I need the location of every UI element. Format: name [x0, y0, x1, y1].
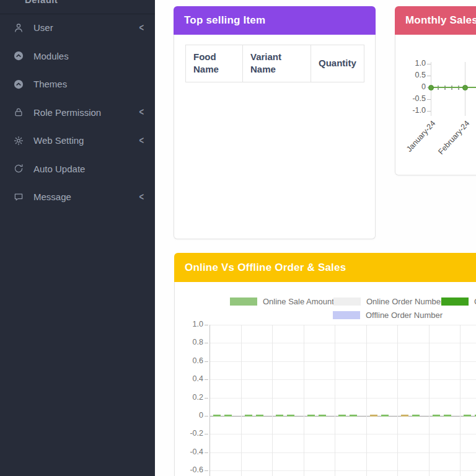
sidebar-item-label: Themes: [33, 79, 67, 89]
sidebar-item-role-permission[interactable]: Role Permission<: [0, 99, 155, 127]
y-axis-tick-label: 0.6: [175, 356, 203, 365]
horizontal-gridline: [209, 325, 476, 325]
horizontal-gridline: [209, 361, 476, 362]
sidebar: Default User<ModulesThemesRole Permissio…: [0, 0, 155, 476]
vertical-gridline: [397, 325, 398, 476]
online-offline-body: Online Sale AmountOnline Order NumberOff…: [174, 282, 476, 476]
sidebar-item-auto-update[interactable]: Auto Update: [0, 155, 155, 183]
series-line: [431, 87, 476, 89]
y-axis-tick: [205, 416, 208, 416]
zero-value-bar: [444, 415, 451, 417]
y-axis-tick: [205, 361, 208, 362]
gear-icon: [13, 135, 24, 146]
zero-value-bar: [350, 415, 357, 417]
top-selling-header: Top selling Item: [174, 6, 376, 35]
monthly-sales-body: 1.00.50-0.5-1.0January-24February-24: [395, 35, 476, 175]
sidebar-item-modules[interactable]: Modules: [0, 42, 155, 71]
y-axis-tick-label: -0.6: [175, 465, 203, 474]
y-axis-tick-label: -0.5: [395, 94, 426, 103]
sidebar-item-label: User: [33, 22, 53, 33]
sidebar-item-label: Role Permission: [33, 107, 101, 118]
y-axis-tick: [205, 434, 208, 434]
horizontal-gridline: [209, 398, 476, 399]
y-axis-tick-label: 0.5: [395, 71, 426, 79]
zero-value-bar: [433, 415, 440, 417]
sidebar-item-label: Web Setting: [33, 135, 84, 146]
vertical-gridline: [272, 325, 273, 476]
zero-value-bar: [338, 415, 346, 417]
y-axis-tick-label: 0: [175, 411, 203, 420]
zero-value-bar: [381, 415, 389, 417]
vertical-gridline: [241, 325, 242, 476]
modules-circle-icon: [13, 50, 24, 61]
zero-value-bar: [370, 415, 377, 417]
y-axis-tick-label: -0.4: [175, 447, 203, 456]
vertical-gridline: [429, 325, 430, 476]
monthly-sales-title: Monthly Sales Amount: [405, 14, 476, 26]
y-axis-tick: [205, 325, 208, 325]
y-axis-tick-label: -1.0: [395, 106, 426, 115]
top-selling-card: Top selling Item Food Name Variant Name …: [174, 6, 376, 239]
monthly-sales-card: Monthly Sales Amount 1.00.50-0.5-1.0Janu…: [395, 6, 476, 175]
table-header-row: Food Name Variant Name Quantity: [186, 45, 364, 82]
horizontal-gridline: [209, 434, 476, 434]
horizontal-gridline: [209, 343, 476, 343]
y-axis-tick-label: 1.0: [395, 59, 426, 68]
zero-value-bar: [287, 415, 294, 417]
monthly-sales-chart: 1.00.50-0.5-1.0January-24February-24: [395, 35, 476, 175]
col-food-name: Food Name: [186, 45, 243, 82]
sidebar-item-user[interactable]: User<: [0, 14, 155, 42]
zero-value-bar: [401, 415, 408, 417]
chevron-left-icon: <: [139, 106, 144, 118]
col-variant-name: Variant Name: [243, 45, 311, 82]
sidebar-item-label: Modules: [33, 51, 69, 61]
refresh-icon: [13, 163, 24, 174]
sidebar-item-label: Message: [33, 192, 71, 202]
y-axis-tick-label: -0.2: [175, 429, 203, 438]
zero-value-bar: [307, 415, 315, 417]
zero-value-bar: [256, 415, 263, 417]
vertical-gridline: [335, 325, 335, 476]
data-point-february-24: [462, 85, 468, 90]
message-icon: [13, 192, 24, 203]
top-selling-title: Top selling Item: [184, 14, 265, 26]
y-axis-tick-label: 1.0: [175, 320, 203, 328]
online-offline-card: Online Vs Offline Order & Sales Online S…: [174, 253, 476, 476]
chevron-left-icon: <: [139, 134, 144, 146]
top-selling-table: Food Name Variant Name Quantity: [185, 45, 364, 82]
col-quantity: Quantity: [311, 45, 364, 82]
zero-value-bar: [464, 415, 471, 417]
y-axis-tick: [205, 398, 208, 399]
zero-value-bar: [213, 415, 221, 417]
zero-value-bar: [319, 415, 326, 417]
lock-icon: [13, 107, 24, 118]
horizontal-gridline: [209, 470, 476, 471]
sidebar-section-default[interactable]: Default: [25, 0, 58, 5]
zero-value-bar: [245, 415, 252, 417]
zero-value-bar: [412, 415, 420, 417]
y-axis-line: [209, 325, 210, 476]
online-offline-chart: 1.00.80.60.40.20-0.2-0.4-0.6: [175, 282, 476, 476]
sidebar-nav: User<ModulesThemesRole Permission<Web Se…: [0, 14, 155, 211]
online-offline-title: Online Vs Offline Order & Sales: [185, 262, 346, 273]
data-point-january-24: [428, 85, 434, 90]
monthly-sales-header: Monthly Sales Amount: [395, 6, 476, 35]
y-axis-tick-label: 0.8: [175, 338, 203, 346]
y-axis-tick-label: 0.2: [175, 393, 203, 402]
y-axis-tick-label: 0: [395, 82, 426, 91]
y-axis-tick: [205, 452, 208, 453]
top-selling-body: Food Name Variant Name Quantity: [174, 35, 376, 239]
sidebar-item-label: Auto Update: [33, 164, 85, 174]
y-axis-tick: [205, 343, 208, 343]
sidebar-item-themes[interactable]: Themes: [0, 70, 155, 99]
y-axis-tick: [205, 379, 208, 380]
horizontal-gridline: [209, 379, 476, 380]
zero-value-bar: [276, 415, 283, 417]
y-axis-tick-label: 0.4: [175, 374, 203, 383]
dashboard-screen: Default User<ModulesThemesRole Permissio…: [0, 0, 476, 476]
chevron-left-icon: <: [139, 22, 144, 33]
vertical-gridline: [304, 325, 304, 476]
sidebar-item-web-setting[interactable]: Web Setting<: [0, 126, 155, 155]
chevron-left-icon: <: [139, 191, 144, 203]
sidebar-item-message[interactable]: Message<: [0, 183, 155, 211]
